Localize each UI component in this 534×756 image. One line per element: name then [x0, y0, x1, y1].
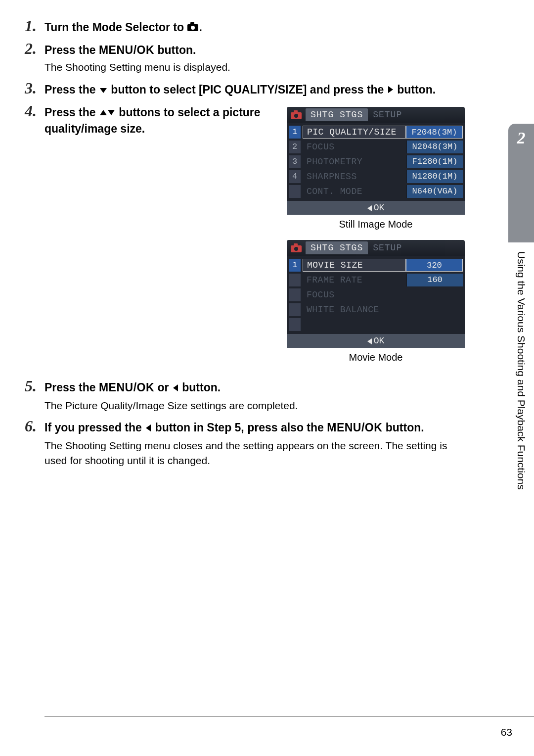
svg-rect-11: [294, 243, 298, 246]
screen-footer: OK: [287, 334, 465, 348]
still-menu-body: 1PIC QUALITY/SIZEF2048(3M) 2FOCUSN2048(3…: [287, 123, 465, 201]
menu-item: FOCUS: [303, 141, 406, 153]
triangle-down-icon: [99, 83, 108, 98]
movie-menu-body: 1MOVIE SIZE320 FRAME RATE160 FOCUS WHITE…: [287, 256, 465, 334]
svg-point-9: [294, 114, 298, 118]
menu-value: F1280(1M): [406, 155, 463, 168]
svg-rect-8: [294, 110, 298, 113]
triangle-right-icon: [387, 83, 394, 98]
page-content: 1. Turn the Mode Selector to . 2. Press …: [0, 0, 534, 495]
svg-marker-3: [100, 88, 107, 93]
menu-value: N1280(1M): [406, 170, 463, 183]
svg-marker-13: [173, 384, 178, 391]
step-number: 5.: [25, 377, 37, 395]
svg-point-12: [294, 247, 298, 251]
menu-item: FOCUS: [303, 289, 406, 301]
step-text: or: [154, 381, 172, 394]
svg-marker-5: [100, 110, 107, 115]
step-5: 5. Press the MENU/OK or button. The Pict…: [44, 380, 465, 413]
step-description: The Shooting Setting menu is displayed.: [44, 60, 465, 75]
movie-caption: Movie Mode: [287, 352, 465, 363]
page-number: 63: [501, 726, 512, 738]
step-2: 2. Press the MENU/OK button. The Shootin…: [44, 43, 465, 75]
menu-item: CONT. MODE: [303, 186, 406, 197]
tab-setup: SETUP: [368, 108, 407, 121]
menu-value: 320: [406, 259, 463, 272]
menu-ok-label: MENU/OK: [99, 381, 154, 394]
menu-ok-label: MENU/OK: [327, 421, 382, 434]
step-3: 3. Press the button to select [PIC QUALI…: [44, 82, 465, 98]
step-text: Turn the Mode Selector to: [44, 21, 187, 34]
tab-setup: SETUP: [368, 241, 407, 254]
step-number: 1.: [25, 17, 37, 35]
step-description: The Picture Quality/Image Size settings …: [44, 398, 465, 413]
step-number: 2.: [25, 40, 37, 58]
menu-ok-label: MENU/OK: [99, 44, 154, 56]
step-6: 6. If you pressed the button in Step 5, …: [44, 420, 465, 468]
step-number: 4.: [25, 102, 37, 120]
side-tab: 2 Using the Various Shooting and Playbac…: [508, 124, 534, 490]
screenshots-column: SHTG STGS SETUP 1PIC QUALITY/SIZEF2048(3…: [287, 107, 465, 373]
step-text: button.: [382, 421, 424, 434]
menu-value: N640(VGA): [406, 185, 463, 198]
step-description: The Shooting Setting menu closes and the…: [44, 438, 465, 469]
step-text: If you pressed the: [44, 421, 145, 434]
menu-item: [303, 324, 406, 326]
triangle-left-icon: [172, 381, 179, 396]
menu-item: PIC QUALITY/SIZE: [303, 126, 406, 139]
step-text: Press the: [44, 44, 99, 56]
step-text: Press the: [44, 381, 99, 394]
step-text: button.: [154, 44, 196, 56]
menu-value: 160: [406, 274, 463, 286]
tab-shooting-settings: SHTG STGS: [306, 241, 368, 254]
camera-icon: [290, 110, 303, 120]
svg-marker-6: [108, 110, 115, 115]
menu-item: SHARPNESS: [303, 171, 406, 183]
step-1: 1. Turn the Mode Selector to .: [44, 20, 465, 36]
step-number: 6.: [25, 417, 37, 435]
menu-item: FRAME RATE: [303, 274, 406, 286]
menu-value: N2048(3M): [406, 141, 463, 153]
still-image-screen: SHTG STGS SETUP 1PIC QUALITY/SIZEF2048(3…: [287, 107, 465, 215]
menu-item: PHOTOMETRY: [303, 156, 406, 168]
step-4: 4. Press the buttons to select a picture…: [44, 105, 465, 373]
step-text: button.: [179, 381, 221, 394]
step-text: button.: [394, 83, 436, 96]
step-text: Press the: [44, 106, 99, 119]
svg-point-2: [191, 26, 195, 30]
camera-icon: [187, 20, 199, 36]
triangle-left-icon: [145, 421, 152, 436]
instruction-steps: 1. Turn the Mode Selector to . 2. Press …: [44, 20, 465, 469]
step-text: Press the: [44, 83, 99, 96]
chapter-number: 2: [508, 124, 534, 147]
menu-value: F2048(3M): [406, 126, 463, 139]
svg-marker-14: [146, 425, 151, 431]
camera-icon: [290, 243, 303, 253]
step-text: button in Step 5, press also the: [152, 421, 327, 434]
triangle-left-icon: [367, 205, 372, 211]
still-caption: Still Image Mode: [287, 219, 465, 230]
menu-item: WHITE BALANCE: [303, 304, 406, 316]
tab-shooting-settings: SHTG STGS: [306, 108, 368, 121]
step-number: 3.: [25, 79, 37, 97]
footer-divider: [44, 716, 534, 716]
step-text: button to select [PIC QUALITY/SIZE] and …: [108, 83, 387, 96]
triangle-up-down-icon: [99, 106, 116, 121]
menu-item: MOVIE SIZE: [303, 259, 406, 272]
chapter-title: Using the Various Shooting and Playback …: [508, 242, 527, 490]
svg-rect-1: [190, 22, 194, 25]
chapter-tab: 2: [508, 124, 534, 242]
screen-footer: OK: [287, 201, 465, 215]
svg-marker-4: [388, 86, 393, 93]
triangle-left-icon: [367, 338, 372, 344]
step-text: .: [199, 21, 202, 34]
movie-mode-screen: SHTG STGS SETUP 1MOVIE SIZE320 FRAME RAT…: [287, 240, 465, 348]
